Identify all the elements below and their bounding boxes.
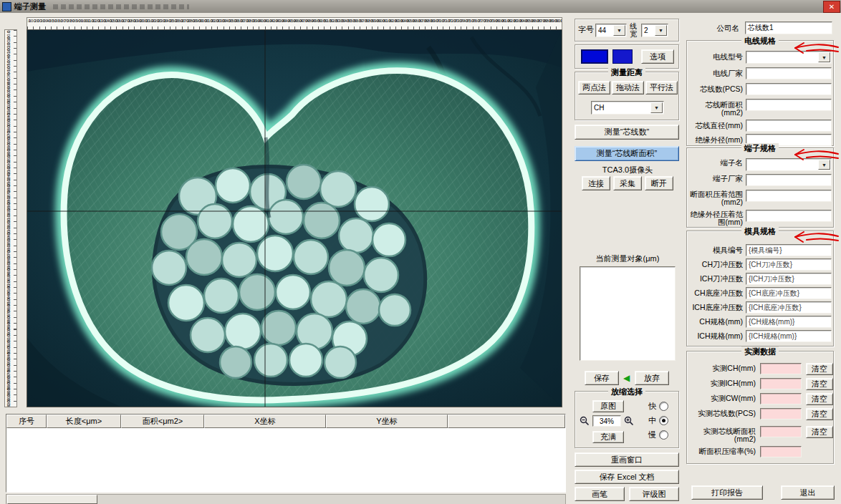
field-label: 芯线数(PCS)	[687, 85, 743, 93]
table-header-cell[interactable]: 序号	[6, 415, 47, 428]
speed-option-medium[interactable]: 中	[648, 415, 668, 426]
field-label: 端子名	[687, 159, 743, 167]
clear-button[interactable]: 清空	[806, 408, 833, 420]
parallel-method-button[interactable]: 平行法	[645, 81, 678, 94]
font-size-value: 44	[598, 24, 614, 37]
zoom-in-icon[interactable]	[624, 416, 634, 426]
measure-mode-select[interactable]: CH ▼	[591, 101, 664, 115]
close-button[interactable]: ✕	[823, 1, 840, 13]
app-window: 端子测量 ✕ 0.0100.0200.0300.0400.0500.0600.0…	[0, 0, 841, 504]
zoom-box: 放缩选择 原图 34% 充满 快 中	[575, 391, 679, 448]
field-input[interactable]	[760, 408, 802, 420]
measure-core-area-button[interactable]: 测量“芯线断面积”	[575, 146, 679, 161]
grade-chart-button[interactable]: 评级图	[629, 487, 679, 501]
color-box: 选项	[575, 44, 679, 69]
field-input[interactable]	[746, 67, 832, 79]
clear-button[interactable]: 清空	[806, 393, 833, 405]
table-header-cell[interactable]: X坐标	[204, 415, 326, 428]
zoom-percent: 34%	[592, 415, 621, 427]
field-input[interactable]: {ICH底座冲压数}	[746, 301, 832, 314]
measure-core-count-button[interactable]: 测量“芯线数”	[575, 125, 679, 140]
right-panel: 公司名 芯线数1 电线规格 电线型号▼电线厂家芯线数(PCS)芯线断面积(mm2…	[685, 13, 839, 504]
save-excel-button[interactable]: 保存 Excel 文档	[575, 470, 679, 484]
table-header-cell[interactable]: 长度<μm>	[47, 415, 121, 428]
clear-button[interactable]: 清空	[806, 378, 833, 390]
table-header-cell[interactable]	[448, 415, 565, 428]
chevron-down-icon[interactable]: ▼	[613, 25, 625, 36]
radio-slow[interactable]	[659, 430, 668, 440]
field-input[interactable]	[746, 99, 832, 111]
redraw-window-button[interactable]: 重画窗口	[575, 452, 679, 467]
table-body[interactable]	[6, 428, 565, 490]
chevron-down-icon[interactable]: ▼	[655, 25, 667, 36]
radio-fast[interactable]	[659, 402, 668, 411]
field-label: ICH刀冲压数	[687, 275, 743, 283]
options-button[interactable]: 选项	[641, 49, 674, 64]
terminal-spec-group: 端子规格 端子名▼端子厂家断面积压着范围(mm2)绝缘外径压着范围(mm)	[686, 147, 834, 228]
discard-button[interactable]: 放弃	[635, 371, 669, 385]
field-input[interactable]	[760, 426, 802, 437]
field-input[interactable]: {CH底座冲压数}	[746, 287, 832, 299]
line-width-select[interactable]: 2 ▼	[641, 24, 668, 37]
radio-medium[interactable]	[659, 416, 668, 425]
measurement-table: 序号长度<μm>面积<μm2>X坐标Y坐标	[6, 414, 566, 493]
field-label: 模具编号	[687, 246, 743, 254]
field-combo[interactable]: ▼	[746, 158, 832, 171]
chevron-down-icon[interactable]: ▼	[818, 52, 830, 62]
measured-data-title: 实测数据	[741, 346, 779, 357]
camera-label: TCA3.0摄像头	[573, 165, 682, 175]
save-button[interactable]: 保存	[585, 371, 619, 385]
chevron-down-icon[interactable]: ▼	[818, 160, 830, 170]
color-swatch-primary[interactable]	[581, 49, 608, 64]
print-report-button[interactable]: 打印报告	[691, 485, 763, 500]
field-combo[interactable]: ▼	[746, 51, 832, 64]
speed-option-slow[interactable]: 慢	[648, 430, 668, 440]
field-label: CH底座冲压数	[687, 289, 743, 297]
field-label: 芯线断面积(mm2)	[687, 101, 743, 117]
clear-button[interactable]: 清空	[806, 363, 833, 375]
disconnect-button[interactable]: 断开	[645, 176, 673, 190]
field-input[interactable]	[746, 210, 832, 222]
field-input[interactable]: {CH规格(mm)}	[746, 316, 832, 328]
image-viewport[interactable]	[27, 29, 562, 407]
ruler-label: 6300.0	[6, 399, 12, 407]
field-label: ICH底座冲压数	[687, 304, 743, 311]
field-input[interactable]	[760, 393, 802, 404]
chevron-down-icon[interactable]: ▼	[650, 102, 663, 113]
field-label: 电线型号	[687, 53, 743, 61]
field-input[interactable]: {CH刀冲压数}	[746, 258, 832, 271]
exit-button[interactable]: 退出	[781, 485, 835, 500]
pen-button[interactable]: 画笔	[575, 487, 625, 501]
vertical-ruler: 0.0100.0200.0300.0400.0500.0600.0700.080…	[4, 29, 17, 407]
table-header-cell[interactable]: Y坐标	[326, 415, 448, 428]
field-input[interactable]: {ICH刀冲压数}	[746, 273, 832, 285]
font-size-select[interactable]: 44 ▼	[595, 24, 627, 37]
scrollbar-thumb[interactable]	[7, 495, 97, 504]
original-size-button[interactable]: 原图	[592, 400, 624, 412]
current-object-listbox[interactable]	[580, 266, 676, 361]
field-input[interactable]	[760, 378, 802, 389]
field-input[interactable]	[746, 174, 832, 186]
measure-distance-title: 测量距离	[608, 67, 645, 78]
zoom-out-icon[interactable]	[580, 416, 590, 426]
field-input[interactable]	[760, 446, 802, 457]
clear-button[interactable]: 清空	[806, 426, 833, 438]
speed-option-fast[interactable]: 快	[648, 401, 668, 412]
horizontal-scrollbar[interactable]	[6, 494, 566, 504]
fill-view-button[interactable]: 充满	[592, 431, 624, 443]
field-input[interactable]	[746, 120, 832, 132]
company-input[interactable]: 芯线数1	[745, 21, 832, 34]
field-input[interactable]	[746, 83, 832, 95]
table-header-cell[interactable]: 面积<μm2>	[121, 415, 204, 428]
field-input[interactable]: {模具编号}	[746, 244, 832, 256]
drag-method-button[interactable]: 拖动法	[612, 81, 644, 94]
field-input[interactable]: {ICH规格(mm)}	[746, 330, 832, 342]
color-swatch-secondary[interactable]	[612, 49, 633, 64]
field-label: 绝缘外径压着范围(mm)	[687, 210, 743, 226]
field-input[interactable]	[760, 363, 802, 374]
font-settings-box: 字号 44 ▼ 线宽 2 ▼	[575, 19, 679, 42]
connect-button[interactable]: 连接	[582, 176, 610, 190]
two-point-method-button[interactable]: 两点法	[578, 81, 610, 94]
capture-button[interactable]: 采集	[613, 176, 642, 190]
field-input[interactable]	[746, 190, 832, 202]
